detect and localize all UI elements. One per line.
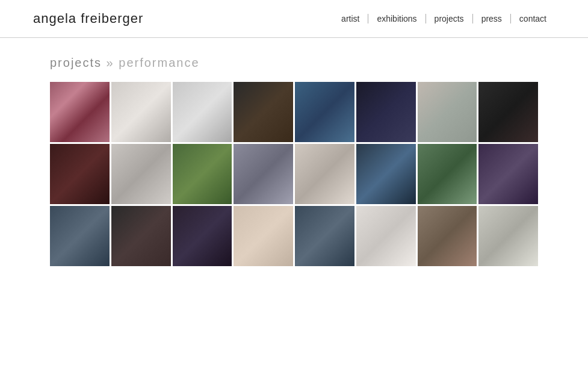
thumb-3[interactable] (173, 82, 232, 142)
gallery-row-1 (50, 82, 538, 142)
gallery-row-2 (50, 144, 538, 204)
thumb-9[interactable] (50, 144, 110, 204)
nav-artist[interactable]: artist (333, 14, 368, 23)
main-nav: artist exhibitions projects press contac… (333, 14, 555, 23)
thumb-16[interactable] (478, 144, 538, 204)
breadcrumb-root[interactable]: projects (50, 56, 102, 69)
thumb-17[interactable] (50, 206, 110, 266)
thumb-6[interactable] (356, 82, 416, 142)
thumb-15[interactable] (418, 144, 477, 204)
site-logo: angela freiberger (33, 11, 333, 26)
thumb-23[interactable] (418, 206, 477, 266)
thumb-11[interactable] (173, 144, 232, 204)
breadcrumb-separator: » (102, 56, 119, 69)
breadcrumb-current: performance (119, 56, 199, 69)
header: angela freiberger artist exhibitions pro… (0, 0, 588, 38)
thumb-18[interactable] (111, 206, 171, 266)
breadcrumb: projects » performance (0, 38, 588, 82)
thumb-21[interactable] (295, 206, 354, 266)
nav-exhibitions[interactable]: exhibitions (368, 14, 426, 23)
thumb-4[interactable] (234, 82, 293, 142)
nav-press[interactable]: press (473, 14, 511, 23)
thumb-13[interactable] (295, 144, 354, 204)
thumb-8[interactable] (478, 82, 538, 142)
thumb-7[interactable] (418, 82, 477, 142)
thumb-19[interactable] (173, 206, 232, 266)
thumb-14[interactable] (356, 144, 416, 204)
thumb-24[interactable] (478, 206, 538, 266)
thumb-1[interactable] (50, 82, 110, 142)
thumb-22[interactable] (356, 206, 416, 266)
gallery-row-3 (50, 206, 538, 266)
thumb-2[interactable] (111, 82, 171, 142)
gallery (0, 82, 588, 266)
nav-contact[interactable]: contact (511, 14, 555, 23)
thumb-5[interactable] (295, 82, 354, 142)
thumb-12[interactable] (234, 144, 293, 204)
thumb-10[interactable] (111, 144, 171, 204)
nav-projects[interactable]: projects (426, 14, 473, 23)
thumb-20[interactable] (234, 206, 293, 266)
